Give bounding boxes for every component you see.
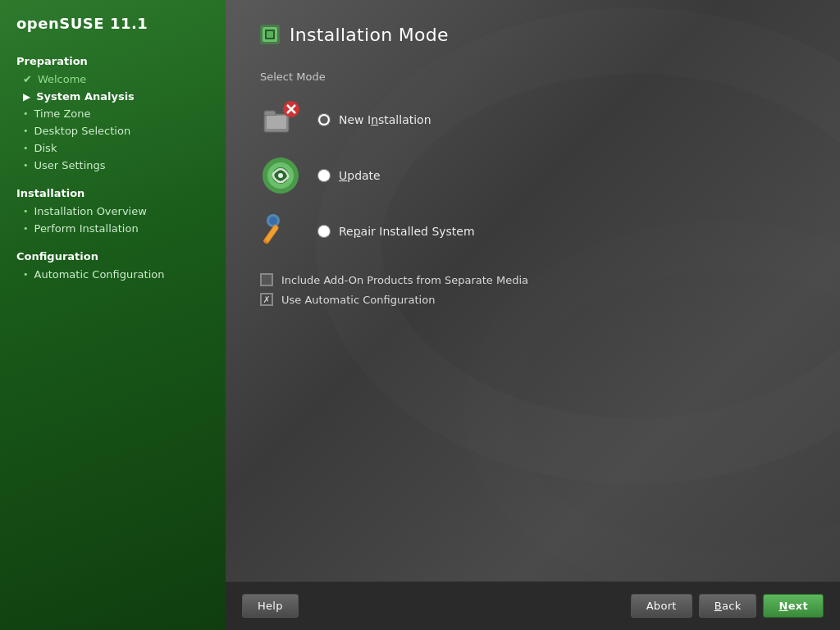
new-installation-radio[interactable] — [317, 113, 331, 126]
sidebar-item-installation-overview[interactable]: • Installation Overview — [0, 203, 226, 220]
sidebar-item-time-zone[interactable]: • Time Zone — [0, 105, 226, 122]
addon-checkbox[interactable] — [260, 273, 273, 286]
checkboxes-section: Include Add-On Products from Separate Me… — [260, 273, 807, 306]
update-label: Update — [339, 169, 381, 182]
select-mode-label: Select Mode — [260, 71, 807, 83]
repair-icon — [260, 211, 301, 252]
auto-config-checkbox-label: Use Automatic Configuration — [281, 294, 435, 306]
addon-checkbox-row[interactable]: Include Add-On Products from Separate Me… — [260, 273, 807, 286]
sidebar-item-desktop-selection[interactable]: • Desktop Selection — [0, 122, 226, 139]
auto-config-checkbox[interactable]: ✗ — [260, 293, 273, 306]
sidebar-item-perform-installation-label: Perform Installation — [34, 222, 139, 235]
help-button[interactable]: Help — [242, 594, 299, 618]
sidebar-item-automatic-configuration-label: Automatic Configuration — [34, 268, 165, 281]
svg-rect-19 — [265, 225, 279, 242]
svg-point-17 — [269, 217, 277, 225]
auto-config-checkbox-row[interactable]: ✗ Use Automatic Configuration — [260, 293, 807, 306]
svg-rect-8 — [267, 116, 286, 129]
svg-rect-7 — [264, 111, 276, 116]
sidebar-item-user-settings-label: User Settings — [34, 159, 106, 171]
page-icon — [258, 23, 281, 46]
sidebar-item-disk[interactable]: • Disk — [0, 139, 226, 157]
svg-rect-5 — [267, 31, 273, 38]
repair-icon-wrapper — [258, 209, 303, 253]
new-installation-icon-wrapper — [258, 98, 303, 142]
sidebar: openSUSE 11.1 Preparation ✔ Welcome ▶ Sy… — [0, 0, 226, 630]
preparation-section: Preparation — [0, 50, 226, 71]
sidebar-item-automatic-configuration[interactable]: • Automatic Configuration — [0, 266, 226, 283]
sidebar-item-perform-installation[interactable]: • Perform Installation — [0, 220, 226, 237]
sidebar-item-time-zone-label: Time Zone — [34, 107, 91, 120]
next-button[interactable]: Next — [763, 594, 824, 618]
mode-update[interactable]: Update — [258, 153, 807, 198]
update-radio[interactable] — [317, 169, 331, 182]
sidebar-item-user-settings[interactable]: • User Settings — [0, 157, 226, 174]
addon-checkbox-label: Include Add-On Products from Separate Me… — [281, 274, 528, 286]
main-content: Installation Mode Select Mode — [226, 0, 840, 581]
configuration-section: Configuration — [0, 245, 226, 266]
repair-label: Repair Installed System — [339, 225, 475, 238]
app-title: openSUSE 11.1 — [0, 0, 226, 50]
bullet-icon: • — [23, 108, 29, 119]
update-icon-wrapper — [258, 153, 303, 198]
new-installation-label: New Installation — [339, 113, 431, 126]
bullet-icon: • — [23, 269, 29, 280]
abort-button[interactable]: Abort — [631, 594, 692, 618]
back-button[interactable]: Back — [699, 594, 757, 618]
bullet-icon: • — [23, 206, 29, 217]
repair-radio[interactable] — [317, 225, 331, 238]
sidebar-item-installation-overview-label: Installation Overview — [34, 205, 147, 217]
main-area: Installation Mode Select Mode — [226, 0, 840, 630]
sidebar-item-disk-label: Disk — [34, 142, 57, 154]
arrow-icon: ▶ — [23, 91, 30, 103]
sidebar-item-system-analysis-label: System Analysis — [36, 90, 135, 103]
sidebar-item-welcome[interactable]: ✔ Welcome — [0, 71, 226, 88]
bullet-icon: • — [23, 143, 29, 153]
title-row: Installation Mode — [258, 23, 807, 46]
new-installation-icon — [260, 99, 301, 140]
mode-options: New Installation Update — [258, 98, 807, 253]
sidebar-item-welcome-label: Welcome — [38, 73, 86, 85]
sidebar-item-desktop-selection-label: Desktop Selection — [34, 125, 131, 137]
check-icon: ✔ — [23, 73, 32, 85]
installation-section: Installation — [0, 182, 226, 203]
sidebar-item-system-analysis[interactable]: ▶ System Analysis — [0, 88, 226, 105]
bullet-icon: • — [23, 160, 29, 171]
mode-new-installation[interactable]: New Installation — [258, 98, 807, 142]
update-icon — [260, 155, 301, 196]
bullet-icon: • — [23, 126, 29, 136]
page-title: Installation Mode — [290, 25, 449, 45]
mode-repair[interactable]: Repair Installed System — [258, 209, 807, 253]
svg-point-15 — [278, 173, 283, 178]
bottom-bar: Help Abort Back Next — [226, 581, 840, 630]
bullet-icon: • — [23, 223, 29, 234]
